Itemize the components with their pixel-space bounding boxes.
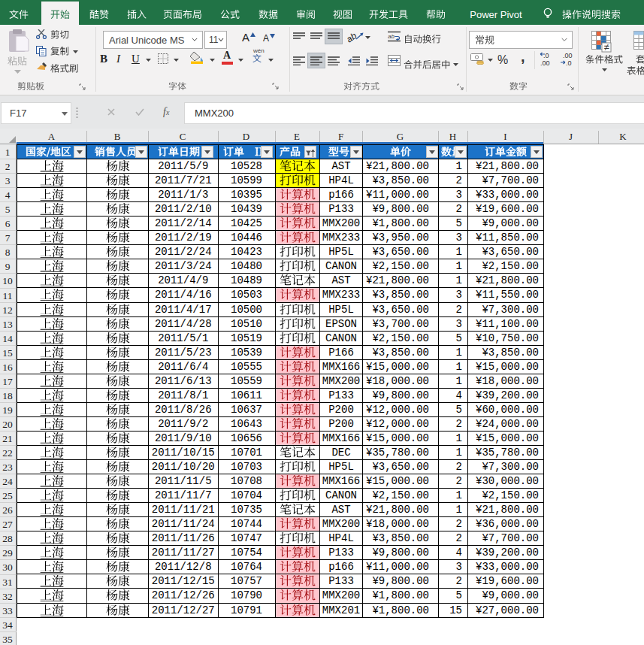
svg-text:.0: .0 [543,52,549,59]
svg-text:.00: .00 [540,59,550,67]
svg-text:ab: ab [388,33,395,40]
svg-text:≠: ≠ [604,41,609,53]
svg-text:.0: .0 [566,59,572,67]
svg-text:.00: .00 [563,52,573,59]
